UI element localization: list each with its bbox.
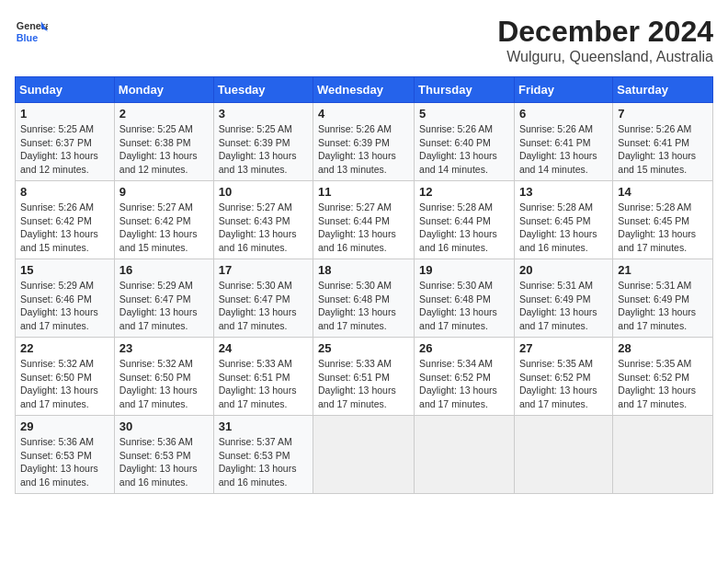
calendar-cell: 19 Sunrise: 5:30 AM Sunset: 6:48 PM Dayl… xyxy=(415,259,515,338)
day-number: 2 xyxy=(119,107,209,121)
day-number: 24 xyxy=(219,341,308,355)
day-detail: Sunrise: 5:26 AM Sunset: 6:41 PM Dayligh… xyxy=(618,122,708,177)
weekday-header-saturday: Saturday xyxy=(613,77,713,103)
day-number: 18 xyxy=(318,263,409,277)
weekday-header-wednesday: Wednesday xyxy=(313,77,415,103)
day-number: 7 xyxy=(618,107,708,121)
calendar-cell: 3 Sunrise: 5:25 AM Sunset: 6:39 PM Dayli… xyxy=(213,103,313,181)
weekday-header-row: SundayMondayTuesdayWednesdayThursdayFrid… xyxy=(16,77,713,103)
weekday-header-monday: Monday xyxy=(114,77,213,103)
day-number: 15 xyxy=(20,263,109,277)
calendar-cell: 5 Sunrise: 5:26 AM Sunset: 6:40 PM Dayli… xyxy=(415,103,515,181)
weekday-header-tuesday: Tuesday xyxy=(213,77,313,103)
calendar-cell: 14 Sunrise: 5:28 AM Sunset: 6:45 PM Dayl… xyxy=(613,181,713,259)
calendar-cell: 7 Sunrise: 5:26 AM Sunset: 6:41 PM Dayli… xyxy=(613,103,713,181)
day-detail: Sunrise: 5:33 AM Sunset: 6:51 PM Dayligh… xyxy=(219,357,308,411)
day-detail: Sunrise: 5:26 AM Sunset: 6:39 PM Dayligh… xyxy=(318,122,409,177)
calendar-cell: 12 Sunrise: 5:28 AM Sunset: 6:44 PM Dayl… xyxy=(415,181,515,259)
calendar-cell xyxy=(613,416,713,494)
calendar-cell: 27 Sunrise: 5:35 AM Sunset: 6:52 PM Dayl… xyxy=(514,338,612,416)
day-number: 20 xyxy=(519,263,608,277)
day-number: 19 xyxy=(419,263,509,277)
calendar-cell: 31 Sunrise: 5:37 AM Sunset: 6:53 PM Dayl… xyxy=(213,416,313,494)
calendar-cell: 1 Sunrise: 5:25 AM Sunset: 6:37 PM Dayli… xyxy=(16,103,115,181)
calendar-cell: 26 Sunrise: 5:34 AM Sunset: 6:52 PM Dayl… xyxy=(415,338,515,416)
day-number: 13 xyxy=(519,185,608,199)
day-detail: Sunrise: 5:35 AM Sunset: 6:52 PM Dayligh… xyxy=(618,357,708,411)
page-title: December 2024 xyxy=(497,15,713,49)
calendar-week-row: 1 Sunrise: 5:25 AM Sunset: 6:37 PM Dayli… xyxy=(16,103,713,181)
day-detail: Sunrise: 5:34 AM Sunset: 6:52 PM Dayligh… xyxy=(419,357,509,411)
day-number: 17 xyxy=(219,263,308,277)
calendar-cell: 10 Sunrise: 5:27 AM Sunset: 6:43 PM Dayl… xyxy=(213,181,313,259)
day-number: 11 xyxy=(318,185,409,199)
calendar-cell: 20 Sunrise: 5:31 AM Sunset: 6:49 PM Dayl… xyxy=(514,259,612,338)
day-detail: Sunrise: 5:29 AM Sunset: 6:47 PM Dayligh… xyxy=(119,279,209,333)
day-detail: Sunrise: 5:37 AM Sunset: 6:53 PM Dayligh… xyxy=(219,435,308,489)
calendar-cell: 17 Sunrise: 5:30 AM Sunset: 6:47 PM Dayl… xyxy=(213,259,313,338)
logo-icon: General Blue xyxy=(15,15,48,48)
day-detail: Sunrise: 5:27 AM Sunset: 6:44 PM Dayligh… xyxy=(318,201,409,255)
day-detail: Sunrise: 5:26 AM Sunset: 6:41 PM Dayligh… xyxy=(519,122,608,177)
calendar-cell: 28 Sunrise: 5:35 AM Sunset: 6:52 PM Dayl… xyxy=(613,338,713,416)
day-number: 31 xyxy=(219,419,308,433)
calendar-cell: 21 Sunrise: 5:31 AM Sunset: 6:49 PM Dayl… xyxy=(613,259,713,338)
calendar-week-row: 22 Sunrise: 5:32 AM Sunset: 6:50 PM Dayl… xyxy=(16,338,713,416)
calendar-cell: 29 Sunrise: 5:36 AM Sunset: 6:53 PM Dayl… xyxy=(16,416,115,494)
calendar-cell: 2 Sunrise: 5:25 AM Sunset: 6:38 PM Dayli… xyxy=(114,103,213,181)
calendar-cell: 13 Sunrise: 5:28 AM Sunset: 6:45 PM Dayl… xyxy=(514,181,612,259)
weekday-header-friday: Friday xyxy=(514,77,612,103)
day-number: 5 xyxy=(419,107,509,121)
calendar-cell: 16 Sunrise: 5:29 AM Sunset: 6:47 PM Dayl… xyxy=(114,259,213,338)
day-detail: Sunrise: 5:32 AM Sunset: 6:50 PM Dayligh… xyxy=(20,357,109,411)
weekday-header-thursday: Thursday xyxy=(415,77,515,103)
calendar-cell: 23 Sunrise: 5:32 AM Sunset: 6:50 PM Dayl… xyxy=(114,338,213,416)
day-detail: Sunrise: 5:26 AM Sunset: 6:42 PM Dayligh… xyxy=(20,201,109,255)
calendar-cell: 18 Sunrise: 5:30 AM Sunset: 6:48 PM Dayl… xyxy=(313,259,415,338)
calendar-cell xyxy=(313,416,415,494)
calendar-table: SundayMondayTuesdayWednesdayThursdayFrid… xyxy=(15,76,713,494)
calendar-week-row: 15 Sunrise: 5:29 AM Sunset: 6:46 PM Dayl… xyxy=(16,259,713,338)
day-number: 30 xyxy=(119,419,209,433)
day-detail: Sunrise: 5:25 AM Sunset: 6:38 PM Dayligh… xyxy=(119,122,209,177)
day-detail: Sunrise: 5:28 AM Sunset: 6:45 PM Dayligh… xyxy=(519,201,608,255)
day-detail: Sunrise: 5:26 AM Sunset: 6:40 PM Dayligh… xyxy=(419,122,509,177)
calendar-cell: 11 Sunrise: 5:27 AM Sunset: 6:44 PM Dayl… xyxy=(313,181,415,259)
calendar-cell: 22 Sunrise: 5:32 AM Sunset: 6:50 PM Dayl… xyxy=(16,338,115,416)
day-detail: Sunrise: 5:30 AM Sunset: 6:48 PM Dayligh… xyxy=(318,279,409,333)
day-detail: Sunrise: 5:35 AM Sunset: 6:52 PM Dayligh… xyxy=(519,357,608,411)
day-number: 14 xyxy=(618,185,708,199)
day-detail: Sunrise: 5:27 AM Sunset: 6:42 PM Dayligh… xyxy=(119,201,209,255)
page-header: General Blue December 2024 Wulguru, Quee… xyxy=(15,15,713,65)
day-detail: Sunrise: 5:30 AM Sunset: 6:47 PM Dayligh… xyxy=(219,279,308,333)
day-detail: Sunrise: 5:28 AM Sunset: 6:45 PM Dayligh… xyxy=(618,201,708,255)
day-detail: Sunrise: 5:25 AM Sunset: 6:37 PM Dayligh… xyxy=(20,122,109,177)
day-number: 21 xyxy=(618,263,708,277)
day-number: 22 xyxy=(20,341,109,355)
day-detail: Sunrise: 5:30 AM Sunset: 6:48 PM Dayligh… xyxy=(419,279,509,333)
day-number: 8 xyxy=(20,185,109,199)
calendar-week-row: 29 Sunrise: 5:36 AM Sunset: 6:53 PM Dayl… xyxy=(16,416,713,494)
day-number: 16 xyxy=(119,263,209,277)
day-number: 10 xyxy=(219,185,308,199)
title-area: December 2024 Wulguru, Queensland, Austr… xyxy=(497,15,713,65)
day-detail: Sunrise: 5:29 AM Sunset: 6:46 PM Dayligh… xyxy=(20,279,109,333)
day-detail: Sunrise: 5:32 AM Sunset: 6:50 PM Dayligh… xyxy=(119,357,209,411)
calendar-cell: 9 Sunrise: 5:27 AM Sunset: 6:42 PM Dayli… xyxy=(114,181,213,259)
calendar-cell: 15 Sunrise: 5:29 AM Sunset: 6:46 PM Dayl… xyxy=(16,259,115,338)
day-number: 12 xyxy=(419,185,509,199)
svg-text:Blue: Blue xyxy=(17,32,38,43)
day-number: 3 xyxy=(219,107,308,121)
calendar-cell: 25 Sunrise: 5:33 AM Sunset: 6:51 PM Dayl… xyxy=(313,338,415,416)
day-detail: Sunrise: 5:31 AM Sunset: 6:49 PM Dayligh… xyxy=(618,279,708,333)
calendar-cell: 4 Sunrise: 5:26 AM Sunset: 6:39 PM Dayli… xyxy=(313,103,415,181)
calendar-cell: 8 Sunrise: 5:26 AM Sunset: 6:42 PM Dayli… xyxy=(16,181,115,259)
day-detail: Sunrise: 5:28 AM Sunset: 6:44 PM Dayligh… xyxy=(419,201,509,255)
day-number: 6 xyxy=(519,107,608,121)
day-detail: Sunrise: 5:31 AM Sunset: 6:49 PM Dayligh… xyxy=(519,279,608,333)
day-number: 27 xyxy=(519,341,608,355)
calendar-cell: 30 Sunrise: 5:36 AM Sunset: 6:53 PM Dayl… xyxy=(114,416,213,494)
day-detail: Sunrise: 5:33 AM Sunset: 6:51 PM Dayligh… xyxy=(318,357,409,411)
day-detail: Sunrise: 5:25 AM Sunset: 6:39 PM Dayligh… xyxy=(219,122,308,177)
calendar-cell xyxy=(415,416,515,494)
